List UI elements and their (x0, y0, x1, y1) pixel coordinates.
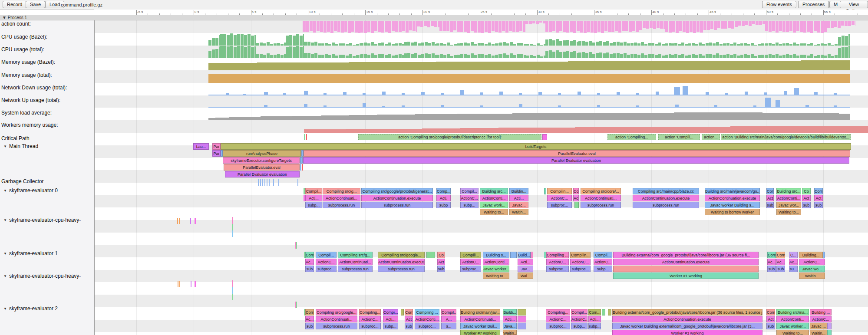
trace-event-bar[interactable]: Waiting to... (483, 273, 509, 279)
trace-event-bar[interactable]: subprocess.run (378, 266, 425, 272)
trace-event-bar[interactable]: Javac wor... (776, 202, 801, 208)
trace-event-bar[interactable]: Act (573, 195, 579, 201)
trace-event-bar[interactable]: sub (802, 202, 811, 208)
trace-event-bar[interactable]: Com (766, 309, 775, 315)
sidebar-item-skyframe-evaluator-cpu-heavy[interactable]: ▼skyframe-evaluator-cpu-heavy- (0, 217, 94, 224)
trace-event-bar[interactable] (304, 252, 305, 258)
trace-event-bar[interactable]: ActionContinuation.execute (378, 259, 425, 265)
trace-event-bar[interactable]: Acti... (518, 259, 533, 265)
trace-event-tick[interactable] (232, 280, 233, 287)
trace-event-bar[interactable] (574, 202, 579, 208)
trace-event-bar[interactable]: skyframeExecutor.configureTargets (223, 157, 300, 164)
trace-event-bar[interactable] (302, 164, 303, 171)
trace-event-bar[interactable]: action... (702, 134, 720, 140)
collapse-arrow-icon[interactable]: ▼ (3, 189, 7, 193)
trace-event-bar[interactable]: Co (573, 188, 579, 194)
trace-event-bar[interactable]: Ac... (305, 259, 314, 265)
trace-event-bar[interactable]: sub (766, 202, 774, 208)
process-header[interactable]: ▼ Process 1 (0, 15, 868, 20)
trace-event-bar[interactable]: ActionC... (571, 316, 587, 322)
gc-tick[interactable] (264, 179, 265, 186)
trace-event-tick[interactable] (195, 281, 196, 287)
trace-event-bar[interactable] (542, 134, 547, 140)
trace-event-bar[interactable]: Building... (799, 252, 823, 258)
trace-event-bar[interactable] (518, 309, 526, 315)
trace-event-bar[interactable]: subproc... (547, 202, 572, 208)
gc-tick[interactable] (269, 179, 270, 186)
trace-event-bar[interactable] (304, 188, 305, 194)
trace-event-bar[interactable] (613, 266, 759, 272)
trace-event-bar[interactable]: Compiling src/g... (323, 188, 360, 194)
trace-event-bar[interactable]: Compiling ... (415, 309, 439, 315)
trace-event-bar[interactable]: Javac... (509, 202, 528, 208)
trace-event-bar[interactable]: ActionC... (594, 259, 612, 265)
save-button[interactable]: Save (26, 1, 45, 8)
trace-event-bar[interactable]: Compilin... (570, 252, 591, 258)
trace-event-bar[interactable]: Compil... (571, 309, 587, 315)
trace-event-bar[interactable]: Building ... (810, 309, 832, 315)
trace-event-bar[interactable]: Worker #3 working (612, 330, 762, 335)
trace-event-bar[interactable]: Build... (518, 252, 531, 258)
trace-event-bar[interactable] (304, 195, 305, 201)
trace-event-bar[interactable]: Comp... (436, 188, 451, 194)
record-button[interactable]: Record (3, 1, 26, 8)
trace-event-bar[interactable]: Waitin... (810, 330, 827, 335)
trace-event-bar[interactable]: action 'Building src/main/java/com/googl… (721, 134, 851, 140)
trace-event-bar[interactable]: sub (437, 266, 445, 272)
trace-event-bar[interactable]: subproc... (359, 323, 381, 329)
trace-event-tick[interactable] (232, 294, 233, 300)
trace-event-bar[interactable]: ActionContinuation.execute (613, 259, 759, 265)
trace-event-bar[interactable]: Compil... (460, 188, 479, 194)
collapse-arrow-icon[interactable]: ▼ (3, 145, 7, 148)
trace-event-bar[interactable]: Com (305, 309, 314, 315)
gc-tick[interactable] (260, 179, 261, 186)
trace-event-bar[interactable] (304, 134, 305, 140)
trace-event-bar[interactable]: subprocess.run (338, 266, 373, 272)
trace-event-bar[interactable]: Par (212, 143, 221, 150)
trace-event-bar[interactable]: Worker #1 working (613, 273, 759, 279)
trace-event-tick[interactable] (232, 217, 233, 224)
trace-event-bar[interactable]: ActionC... (810, 316, 832, 322)
view-options-button[interactable]: View Options (840, 1, 868, 8)
trace-event-tick[interactable] (232, 230, 233, 237)
trace-event-bar[interactable]: su... (789, 266, 798, 272)
trace-event-bar[interactable]: Compili... (460, 252, 481, 258)
trace-event-bar[interactable]: ActionConti... (776, 195, 801, 201)
trace-event-bar[interactable]: Compiling... (546, 309, 570, 315)
trace-event-bar[interactable]: Compil... (316, 252, 337, 258)
trace-event-bar[interactable]: Act (437, 259, 445, 265)
trace-event-tick[interactable] (177, 218, 178, 224)
trace-event-bar[interactable]: sub (305, 323, 314, 329)
trace-event-bar[interactable]: Waiting to... (776, 209, 801, 215)
trace-event-bar[interactable]: ActionConti... (480, 195, 508, 201)
trace-event-bar[interactable]: action 'Compiling src/google/protobuf/de… (358, 134, 541, 140)
trace-event-bar[interactable]: ParallelEvaluator.eval (224, 164, 300, 171)
trace-event-bar[interactable]: Com (405, 309, 413, 315)
trace-event-bar[interactable]: Acti... (588, 316, 601, 322)
trace-event-bar[interactable]: action 'Compiling... (607, 134, 656, 140)
trace-event-tick[interactable] (179, 281, 180, 287)
trace-event-bar[interactable]: ActionContinuation.execute (705, 195, 760, 201)
trace-event-bar[interactable]: action 'Compili... (658, 134, 700, 140)
trace-event-tick[interactable] (296, 242, 297, 249)
trace-event-bar[interactable]: Act (802, 195, 811, 201)
collapse-arrow-icon[interactable]: ▼ (3, 307, 7, 311)
trace-event-bar[interactable]: ActionC... (799, 259, 825, 265)
trace-event-bar[interactable]: ParallelEvaluator.eval (304, 150, 850, 157)
trace-event-bar[interactable]: C... (789, 252, 798, 258)
trace-event-bar[interactable]: sub (776, 266, 785, 272)
trace-event-bar[interactable]: subp... (383, 323, 398, 329)
trace-event-bar[interactable]: ActionC... (460, 259, 481, 265)
collapse-arrow-icon[interactable]: ▼ (3, 252, 7, 256)
trace-event-bar[interactable]: Wai... (518, 273, 533, 279)
trace-event-bar[interactable]: Worker #7 working (460, 330, 500, 335)
trace-event-bar[interactable]: Act (766, 195, 774, 201)
trace-event-bar[interactable]: subprocess.run (316, 323, 357, 329)
trace-event-bar[interactable]: ActionContinuati... (581, 195, 621, 201)
trace-event-bar[interactable]: subproc... (316, 266, 337, 272)
trace-event-bar[interactable]: subproc... (570, 266, 591, 272)
sidebar-item-skyframe-evaluator-1[interactable]: ▼skyframe-evaluator 1 (0, 250, 94, 257)
trace-event-bar[interactable]: Ac... (305, 316, 314, 322)
trace-event-bar[interactable]: Com (776, 252, 785, 258)
trace-event-bar[interactable]: runAnalysisPhase (223, 150, 301, 157)
